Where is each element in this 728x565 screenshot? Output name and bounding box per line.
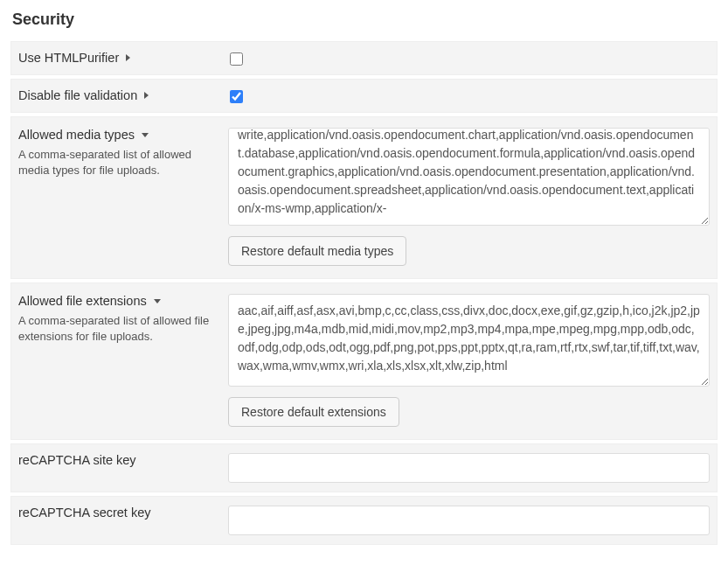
media-types-textarea[interactable] bbox=[228, 128, 710, 226]
recaptcha-secret-key-input[interactable] bbox=[228, 506, 710, 535]
disable-validation-checkbox[interactable] bbox=[230, 90, 243, 103]
label-file-extensions[interactable]: Allowed file extensions bbox=[18, 294, 221, 308]
row-disable-validation: Disable file validation bbox=[10, 79, 718, 113]
label-text: Allowed file extensions bbox=[18, 294, 147, 308]
row-file-extensions: Allowed file extensions A comma-separate… bbox=[10, 282, 718, 440]
row-html-purifier: Use HTMLPurifier bbox=[10, 41, 718, 75]
help-media-types: A comma-separated list of allowed media … bbox=[18, 147, 221, 178]
label-disable-validation[interactable]: Disable file validation bbox=[18, 88, 221, 102]
label-recaptcha-secret-key: reCAPTCHA secret key bbox=[18, 506, 151, 520]
caret-right-icon bbox=[126, 54, 130, 61]
row-recaptcha-site-key: reCAPTCHA site key bbox=[10, 443, 718, 492]
page-title: Security bbox=[10, 10, 718, 29]
file-extensions-textarea[interactable] bbox=[228, 294, 710, 387]
label-text: Disable file validation bbox=[18, 88, 137, 102]
recaptcha-site-key-input[interactable] bbox=[228, 453, 710, 483]
row-media-types: Allowed media types A comma-separated li… bbox=[10, 116, 718, 279]
label-html-purifier[interactable]: Use HTMLPurifier bbox=[18, 51, 221, 65]
help-file-extensions: A comma-separated list of allowed file e… bbox=[18, 313, 221, 344]
label-media-types[interactable]: Allowed media types bbox=[18, 128, 221, 142]
caret-down-icon bbox=[154, 299, 161, 303]
restore-media-types-button[interactable]: Restore default media types bbox=[228, 236, 406, 266]
row-recaptcha-secret-key: reCAPTCHA secret key bbox=[10, 496, 718, 545]
caret-down-icon bbox=[142, 133, 149, 137]
label-text: Use HTMLPurifier bbox=[18, 51, 119, 65]
restore-extensions-button[interactable]: Restore default extensions bbox=[228, 397, 399, 427]
html-purifier-checkbox[interactable] bbox=[230, 52, 243, 66]
label-text: Allowed media types bbox=[18, 128, 135, 142]
caret-right-icon bbox=[144, 92, 149, 99]
label-recaptcha-site-key: reCAPTCHA site key bbox=[18, 453, 136, 467]
